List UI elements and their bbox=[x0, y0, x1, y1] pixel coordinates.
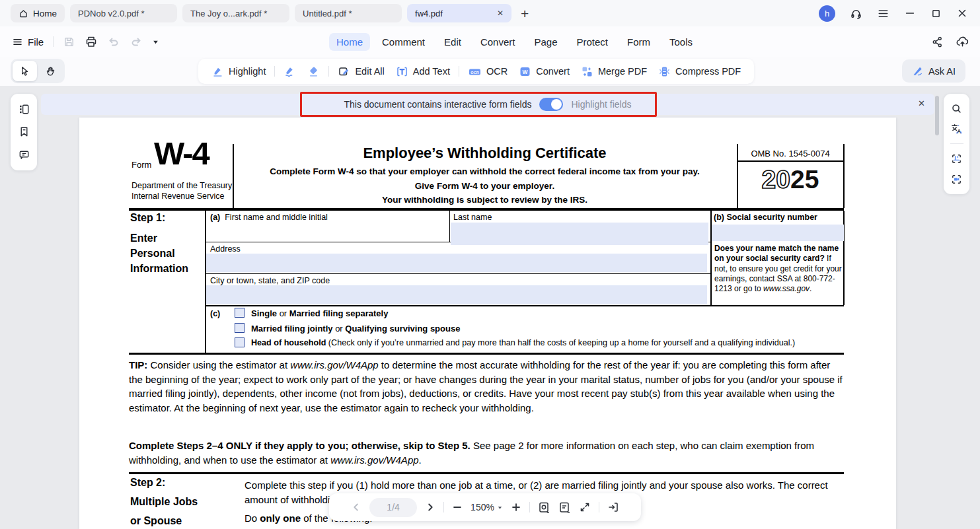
tab-label: The Joy o...ark.pdf * bbox=[190, 9, 267, 18]
collapse-toolbar-button[interactable] bbox=[607, 501, 620, 514]
form-word: Form bbox=[132, 160, 151, 170]
window-maximize-button[interactable] bbox=[930, 8, 942, 19]
app-menu-icon[interactable] bbox=[877, 7, 889, 20]
divider bbox=[459, 66, 459, 77]
form-title: Employee’s Withholding Certificate bbox=[233, 145, 737, 162]
edit-all-label: Edit All bbox=[355, 66, 384, 77]
convert-button[interactable]: W Convert bbox=[516, 63, 572, 81]
form-year: 2025 bbox=[737, 165, 844, 194]
tools-card: Highlight Edit All Add Text bbox=[198, 59, 754, 84]
select-tool-button[interactable] bbox=[13, 61, 37, 81]
titlebar-right-controls: h bbox=[819, 0, 980, 26]
screenshot-crop-icon[interactable] bbox=[950, 153, 963, 165]
file-menu-button[interactable]: File bbox=[12, 36, 44, 48]
ssa-note: Does your name match the name on your so… bbox=[714, 244, 843, 294]
ribbon-tab-comment[interactable]: Comment bbox=[375, 33, 432, 51]
fullscreen-button[interactable] bbox=[578, 501, 591, 514]
highlight-fields-toggle[interactable] bbox=[539, 98, 563, 111]
step1-sub3: Information bbox=[130, 263, 188, 275]
quick-actions: File bbox=[12, 26, 159, 57]
page-layout-button[interactable] bbox=[558, 501, 571, 514]
zoom-out-button[interactable] bbox=[451, 501, 463, 513]
zoom-in-button[interactable] bbox=[510, 501, 522, 513]
divider bbox=[599, 502, 599, 512]
last-name-label: Last name bbox=[453, 213, 492, 222]
notification-close-icon[interactable]: ✕ bbox=[918, 98, 925, 108]
add-text-label: Add Text bbox=[413, 66, 450, 77]
page-indicator[interactable]: 1/4 bbox=[369, 498, 417, 517]
prev-page-button[interactable] bbox=[350, 501, 362, 513]
select-mode-group bbox=[11, 59, 65, 83]
label-a-text: First name and middle initial bbox=[225, 213, 328, 222]
ribbon-tab-tools[interactable]: Tools bbox=[662, 33, 700, 51]
checkbox-head-of-household[interactable] bbox=[235, 337, 245, 347]
edit-all-icon bbox=[338, 65, 350, 78]
checkbox-married-jointly-label: Married filing jointly or Qualifying sur… bbox=[251, 324, 460, 334]
next-page-button[interactable] bbox=[424, 501, 436, 513]
hand-icon bbox=[45, 65, 56, 77]
merge-pdf-button[interactable]: Merge PDF bbox=[578, 63, 650, 81]
document-tab-2[interactable]: The Joy o...ark.pdf * bbox=[182, 4, 289, 22]
comments-icon[interactable] bbox=[18, 149, 30, 161]
document-tab-3[interactable]: Untitled.pdf * bbox=[295, 4, 402, 22]
undo-icon[interactable] bbox=[107, 35, 120, 48]
screen-record-icon[interactable] bbox=[950, 173, 963, 186]
ocr-button[interactable]: OCR OCR bbox=[465, 63, 510, 81]
ribbon-tab-edit[interactable]: Edit bbox=[437, 33, 469, 51]
svg-text:A: A bbox=[957, 128, 961, 135]
home-tab[interactable]: Home bbox=[11, 4, 65, 22]
highlight-fields-label: Highlight fields bbox=[571, 99, 631, 110]
save-icon[interactable] bbox=[63, 36, 75, 48]
redo-icon[interactable] bbox=[130, 35, 143, 48]
hand-tool-button[interactable] bbox=[38, 61, 63, 81]
city-field[interactable] bbox=[206, 285, 707, 304]
ocr-label: OCR bbox=[486, 66, 508, 77]
ribbon-tab-page[interactable]: Page bbox=[527, 33, 564, 51]
step1-sub1: Enter bbox=[130, 232, 157, 244]
menubar-right-icons bbox=[931, 26, 969, 57]
document-tab-1[interactable]: PDNob v2.0.pdf * bbox=[70, 4, 177, 22]
checkbox-married-jointly[interactable] bbox=[235, 323, 245, 333]
ribbon-tabs: Home Comment Edit Convert Page Protect F… bbox=[329, 26, 700, 57]
compress-pdf-button[interactable]: Compress PDF bbox=[656, 63, 743, 81]
ribbon-tab-home[interactable]: Home bbox=[329, 33, 370, 51]
window-close-button[interactable] bbox=[956, 7, 968, 19]
bold: Single bbox=[251, 308, 277, 318]
vertical-scrollbar[interactable] bbox=[935, 96, 939, 135]
squiggle-pen-button[interactable] bbox=[281, 63, 299, 81]
divider bbox=[443, 502, 444, 512]
highlight-button[interactable]: Highlight bbox=[209, 63, 268, 81]
support-headset-icon[interactable] bbox=[850, 7, 862, 20]
translate-icon[interactable]: A bbox=[950, 123, 963, 135]
history-dropdown-icon[interactable] bbox=[152, 38, 159, 46]
rule-thick bbox=[129, 208, 844, 211]
divider bbox=[950, 143, 963, 144]
address-field[interactable] bbox=[206, 254, 707, 272]
ssn-field[interactable] bbox=[712, 225, 844, 241]
edit-all-button[interactable]: Edit All bbox=[335, 63, 387, 81]
tab-close-icon[interactable]: ✕ bbox=[492, 9, 504, 18]
user-avatar[interactable]: h bbox=[819, 5, 835, 22]
cloud-upload-icon[interactable] bbox=[956, 35, 969, 49]
bookmarks-icon[interactable] bbox=[18, 125, 30, 138]
ribbon-tab-protect[interactable]: Protect bbox=[569, 33, 615, 51]
eraser-button[interactable] bbox=[305, 63, 322, 81]
last-name-field[interactable] bbox=[451, 223, 708, 245]
squiggle-pen-icon bbox=[283, 65, 296, 78]
share-icon[interactable] bbox=[931, 36, 944, 48]
search-icon[interactable] bbox=[950, 102, 963, 115]
ribbon-tab-convert[interactable]: Convert bbox=[473, 33, 523, 51]
thumbnails-icon[interactable] bbox=[18, 103, 30, 116]
ribbon-tab-form[interactable]: Form bbox=[620, 33, 658, 51]
window-minimize-button[interactable] bbox=[904, 7, 916, 19]
print-icon[interactable] bbox=[85, 35, 98, 48]
page-navigation-toolbar: 1/4 150% bbox=[329, 493, 641, 521]
zoom-level[interactable]: 150% bbox=[471, 502, 503, 512]
add-text-button[interactable]: Add Text bbox=[393, 63, 453, 81]
ask-ai-button[interactable]: Ask AI bbox=[902, 59, 965, 83]
new-tab-button[interactable]: + bbox=[521, 7, 529, 20]
file-menu-label: File bbox=[28, 36, 44, 48]
checkbox-single[interactable] bbox=[235, 308, 245, 318]
document-tab-active-fw4[interactable]: fw4.pdf ✕ bbox=[407, 4, 511, 22]
page-view-mode-button[interactable] bbox=[537, 501, 550, 514]
